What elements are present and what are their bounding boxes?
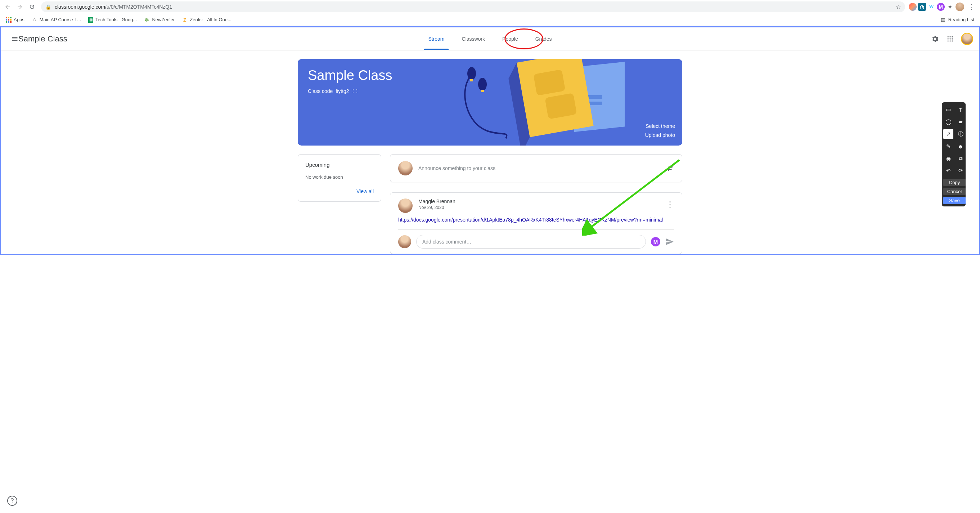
svg-point-6 [948,40,949,41]
tool-callout[interactable]: ▰ [956,117,966,127]
select-theme-link[interactable]: Select theme [645,122,675,131]
tab-grades[interactable]: Grades [527,27,560,50]
svg-point-16 [467,67,476,80]
svg-point-8 [951,40,953,41]
tool-info[interactable]: ⓘ [956,129,966,139]
banner-illustration [445,59,646,145]
tool-text[interactable]: T [956,105,966,115]
apps-shortcut[interactable]: Apps [3,16,27,24]
svg-point-17 [478,78,487,91]
tab-people[interactable]: People [493,27,527,50]
sheets-icon: ▦ [88,17,93,23]
upload-photo-link[interactable]: Upload photo [645,131,675,140]
classroom-tabs: Stream Classwork People Grades [420,27,560,50]
bookmark-label: Zenler - All In One... [190,17,232,22]
svg-point-4 [950,38,950,39]
bookmark-newzenler[interactable]: ✽NewZenler [141,16,178,24]
account-avatar[interactable] [961,33,973,45]
upcoming-heading: Upcoming [305,162,374,168]
annotation-toolbox: ▭ T ◯ ▰ ↗ ⓘ ✎ ☻ ◉ ⧉ ↶ ⟳ Copy Cancel Save [942,102,966,206]
browser-nav-bar: 🔒 classroom.google.com/u/0/c/MTM2OTM4MTc… [0,0,980,14]
chrome-menu-button[interactable]: ⋮ [966,3,978,11]
save-button[interactable]: Save [943,197,966,204]
apps-label: Apps [14,17,24,22]
bookmark-star-icon[interactable]: ☆ [896,3,901,10]
post-link[interactable]: https://docs.google.com/presentation/d/1… [398,217,663,223]
svg-point-7 [950,40,950,41]
reading-list-icon: ▤ [940,17,946,23]
class-code-value: fiyttg2 [336,88,349,94]
extension-icon-m[interactable]: M [937,3,945,11]
bookmark-icon: A [32,17,37,23]
expand-code-icon[interactable] [352,88,358,94]
extension-icon-1[interactable] [909,3,916,11]
address-bar[interactable]: 🔒 classroom.google.com/u/0/c/MTM2OTM4MTc… [41,2,905,12]
post-author-name: Maggie Brennan [418,199,455,204]
extension-icon-w[interactable]: W [928,3,935,11]
annotation-border: Sample Class Stream Classwork People Gra… [0,26,980,255]
reuse-post-icon[interactable] [666,164,674,172]
svg-point-2 [951,36,953,37]
reading-list[interactable]: ▤Reading List [937,16,977,24]
tool-redo[interactable]: ⟳ [956,166,966,176]
bookmark-label: Tech Tools - Goog... [95,17,137,22]
comment-user-avatar [398,235,411,248]
tool-rectangle[interactable]: ▭ [943,105,953,115]
main-menu-button[interactable] [7,31,16,47]
post-options-button[interactable]: ⋮ [666,200,674,209]
bookmark-main-ap[interactable]: AMain AP Course L... [29,16,84,24]
svg-rect-19 [481,90,484,92]
post-author-avatar [398,199,413,213]
tool-blur[interactable]: ◉ [943,153,953,164]
tab-stream[interactable]: Stream [420,27,453,50]
profile-avatar-small[interactable] [956,3,964,11]
tool-arrow[interactable]: ↗ [943,129,953,139]
bookmark-label: Main AP Course L... [40,17,81,22]
banner-actions: Select theme Upload photo [645,122,675,140]
tool-circle[interactable]: ◯ [943,117,953,127]
cancel-button[interactable]: Cancel [943,188,966,195]
post-date: Nov 29, 2020 [418,205,455,210]
mote-icon[interactable]: M [651,237,660,246]
google-apps-button[interactable] [946,35,955,43]
newzenler-icon: ✽ [144,17,150,23]
tab-classwork[interactable]: Classwork [453,27,494,50]
tool-pen[interactable]: ✎ [943,141,953,151]
svg-point-3 [948,38,949,39]
bookmark-tech-tools[interactable]: ▦Tech Tools - Goog... [85,16,140,24]
classroom-header: Sample Class Stream Classwork People Gra… [1,27,979,51]
main-content: Sample Class Class code fiyttg2 Select t… [1,51,979,254]
svg-point-0 [948,36,949,37]
class-title[interactable]: Sample Class [18,34,67,44]
lock-icon: 🔒 [45,4,51,10]
class-code-label: Class code [308,88,332,94]
bookmarks-bar: Apps AMain AP Course L... ▦Tech Tools - … [0,14,980,26]
zenler-icon: Z [182,17,188,23]
send-icon[interactable] [665,237,674,246]
announce-box[interactable]: Announce something to your class [390,154,682,182]
bookmark-zenler[interactable]: ZZenler - All In One... [179,16,234,24]
upcoming-empty-text: No work due soon [305,174,374,180]
forward-button[interactable] [14,2,25,12]
view-all-link[interactable]: View all [305,188,374,194]
tool-emoji[interactable]: ☻ [956,141,966,151]
tool-image[interactable]: ⧉ [956,153,966,164]
tool-undo[interactable]: ↶ [943,166,953,176]
announce-placeholder: Announce something to your class [418,166,660,171]
settings-button[interactable] [931,35,939,43]
reload-button[interactable] [27,2,37,12]
stream-post: Maggie Brennan Nov 29, 2020 ⋮ https://do… [390,193,682,254]
svg-point-5 [951,38,953,39]
bookmark-label: NewZenler [152,17,175,22]
back-button[interactable] [2,2,13,12]
apps-grid-icon [6,17,11,23]
extension-icon-2[interactable]: ◔ [918,3,926,11]
url-text: classroom.google.com/u/0/c/MTM2OTM4MTc4N… [55,4,172,10]
extensions-puzzle-icon[interactable]: ✦ [946,3,954,11]
class-banner: Sample Class Class code fiyttg2 Select t… [298,59,682,145]
svg-rect-18 [470,79,473,81]
copy-button[interactable]: Copy [943,179,966,186]
comment-row: Add class comment… M [398,229,674,253]
comment-input[interactable]: Add class comment… [416,235,646,249]
upcoming-card: Upcoming No work due soon View all [298,154,381,202]
